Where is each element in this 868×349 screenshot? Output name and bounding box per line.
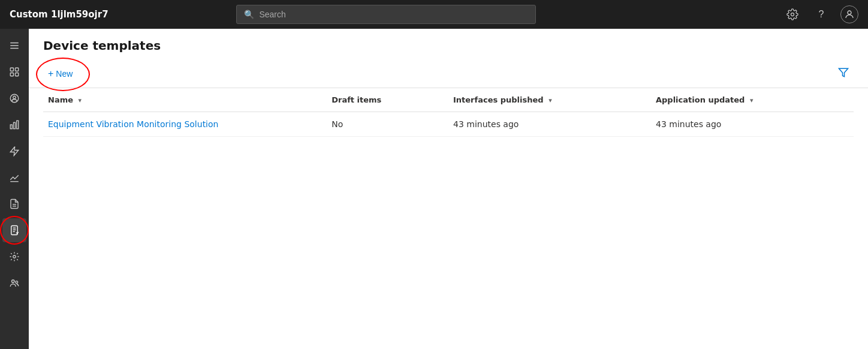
col-header-updated[interactable]: Application updated ▾	[651, 88, 854, 112]
settings-button[interactable]	[783, 5, 802, 24]
table-container: Name ▾ Draft items Interfaces published …	[29, 88, 868, 349]
table-body: Equipment Vibration Monitoring SolutionN…	[43, 112, 854, 137]
updated-sort-icon: ▾	[750, 97, 754, 104]
svg-rect-6	[16, 68, 19, 71]
document-icon	[9, 198, 20, 209]
sidebar-item-device-settings[interactable]	[2, 245, 26, 269]
svg-point-22	[12, 280, 15, 283]
search-icon: 🔍	[244, 10, 254, 19]
page-title: Device templates	[43, 38, 854, 53]
svg-rect-8	[16, 73, 19, 76]
topbar-icons: ?	[783, 5, 858, 24]
name-sort-icon: ▾	[79, 97, 82, 104]
linechart-icon	[9, 172, 20, 183]
gear-icon	[786, 8, 798, 20]
filter-icon	[838, 67, 849, 78]
sidebar-item-device-templates-wrapper	[2, 218, 26, 242]
device-templates-table: Name ▾ Draft items Interfaces published …	[43, 88, 854, 137]
user-avatar[interactable]	[840, 5, 858, 23]
device-settings-icon	[9, 251, 20, 262]
svg-marker-24	[839, 68, 848, 77]
interfaces-sort-icon: ▾	[548, 97, 552, 104]
table-row: Equipment Vibration Monitoring SolutionN…	[43, 112, 854, 137]
svg-rect-11	[10, 125, 12, 129]
search-input[interactable]	[259, 10, 528, 19]
sidebar-item-users[interactable]	[2, 86, 26, 110]
cell-updated: 43 minutes ago	[651, 112, 854, 137]
topbar: Custom 1ljlm59ojr7 🔍 ?	[0, 0, 868, 29]
users-icon	[9, 93, 20, 104]
svg-rect-5	[10, 68, 13, 71]
svg-point-1	[848, 11, 851, 14]
sidebar-item-org[interactable]	[2, 271, 26, 295]
dashboard-icon	[9, 67, 20, 77]
sidebar-item-dashboard[interactable]	[2, 60, 26, 84]
col-header-interfaces[interactable]: Interfaces published ▾	[448, 88, 651, 112]
hamburger-icon	[9, 40, 20, 51]
cell-interfaces: 43 minutes ago	[448, 112, 651, 137]
svg-rect-12	[14, 122, 16, 129]
col-header-name[interactable]: Name ▾	[43, 88, 327, 112]
toolbar: + New	[43, 60, 854, 88]
sidebar-menu-toggle[interactable]	[2, 34, 26, 58]
sidebar-item-analytics[interactable]	[2, 113, 26, 137]
sidebar-item-charts[interactable]	[2, 166, 26, 189]
new-label: New	[56, 69, 73, 79]
barchart-icon	[9, 119, 20, 130]
help-button[interactable]: ?	[812, 5, 831, 24]
svg-rect-7	[10, 73, 13, 76]
main-layout: Device templates + New	[0, 29, 868, 349]
svg-point-21	[13, 255, 16, 258]
filter-button[interactable]	[833, 65, 854, 83]
plus-icon: +	[48, 68, 53, 79]
svg-point-10	[13, 96, 16, 99]
person-icon	[844, 9, 855, 20]
search-bar[interactable]: 🔍	[236, 5, 536, 24]
cell-draft: No	[327, 112, 448, 137]
table-header: Name ▾ Draft items Interfaces published …	[43, 88, 854, 112]
svg-rect-13	[17, 121, 19, 129]
new-button[interactable]: + New	[43, 66, 77, 82]
sidebar-item-device-templates[interactable]	[2, 218, 26, 242]
cell-name: Equipment Vibration Monitoring Solution	[43, 112, 327, 137]
sidebar-item-rules[interactable]	[2, 139, 26, 163]
svg-point-23	[16, 281, 18, 284]
question-icon: ?	[819, 9, 824, 20]
col-header-draft: Draft items	[327, 88, 448, 112]
content-area: Device templates + New	[29, 29, 868, 349]
org-icon	[9, 278, 20, 288]
device-templates-icon	[9, 225, 20, 236]
rules-icon	[9, 146, 20, 157]
template-link[interactable]: Equipment Vibration Monitoring Solution	[48, 119, 218, 129]
sidebar-item-reports[interactable]	[2, 192, 26, 216]
page-header: Device templates + New	[29, 29, 868, 88]
app-title: Custom 1ljlm59ojr7	[10, 9, 108, 20]
svg-point-0	[791, 13, 794, 16]
sidebar-strip	[0, 29, 29, 349]
